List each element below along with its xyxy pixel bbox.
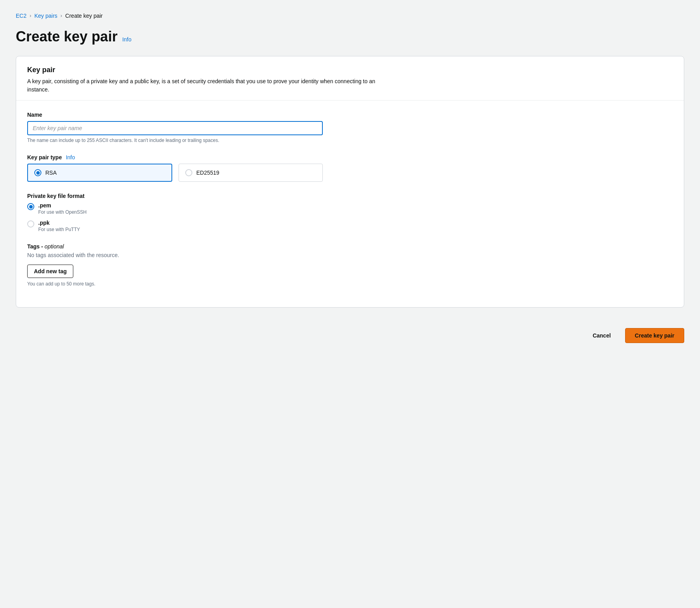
radio-pem-sublabel: For use with OpenSSH: [38, 209, 87, 215]
tags-optional-text: optional: [45, 243, 64, 250]
radio-ppk-label-group: .ppk For use with PuTTY: [38, 220, 80, 232]
radio-ppk-label: .ppk: [38, 220, 80, 226]
radio-ed25519-label: ED25519: [196, 170, 219, 176]
radio-ed25519[interactable]: ED25519: [179, 164, 323, 182]
page-title: Create key pair: [16, 28, 117, 45]
tags-title-text: Tags: [27, 243, 40, 250]
radio-rsa[interactable]: RSA: [27, 164, 172, 182]
key-pair-type-info-link[interactable]: Info: [66, 154, 75, 160]
radio-pem-btn: [27, 203, 34, 210]
card-body: Name The name can include up to 255 ASCI…: [16, 101, 684, 307]
radio-ed25519-btn: [185, 169, 192, 176]
key-pair-type-radio-group: RSA ED25519: [27, 164, 323, 182]
tags-separator: -: [41, 243, 45, 250]
radio-ppk[interactable]: .ppk For use with PuTTY: [27, 220, 673, 232]
tags-limit-text: You can add up to 50 more tags.: [27, 281, 673, 287]
page-info-link[interactable]: Info: [122, 36, 131, 43]
card-section-desc: A key pair, consisting of a private key …: [27, 77, 382, 94]
private-key-format-section: Private key file format .pem For use wit…: [27, 193, 673, 232]
radio-rsa-btn: [34, 169, 41, 176]
name-input[interactable]: [27, 121, 323, 135]
private-key-format-radio-group: .pem For use with OpenSSH .ppk For use w…: [27, 202, 673, 232]
name-section: Name The name can include up to 255 ASCI…: [27, 112, 673, 143]
tags-title: Tags - optional: [27, 243, 673, 250]
radio-ppk-sublabel: For use with PuTTY: [38, 227, 80, 232]
main-card: Key pair A key pair, consisting of a pri…: [16, 56, 684, 308]
footer-actions: Cancel Create key pair: [16, 320, 684, 351]
tags-section: Tags - optional No tags associated with …: [27, 243, 673, 287]
radio-pem-label: .pem: [38, 202, 87, 209]
card-section-header: Key pair A key pair, consisting of a pri…: [16, 56, 684, 101]
breadcrumb-ec2-link[interactable]: EC2: [16, 13, 26, 19]
radio-rsa-label: RSA: [45, 170, 57, 176]
name-hint: The name can include up to 255 ASCII cha…: [27, 138, 673, 143]
card-section-title: Key pair: [27, 66, 673, 74]
key-pair-type-section: Key pair type Info RSA ED25519: [27, 154, 673, 182]
name-label: Name: [27, 112, 673, 118]
breadcrumb-separator-1: ›: [30, 13, 31, 19]
breadcrumb-separator-2: ›: [61, 13, 62, 19]
create-key-pair-button[interactable]: Create key pair: [625, 328, 684, 343]
key-pair-type-label: Key pair type: [27, 154, 62, 160]
add-tag-button[interactable]: Add new tag: [27, 265, 73, 278]
page-header: Create key pair Info: [16, 28, 684, 45]
cancel-button[interactable]: Cancel: [585, 328, 619, 343]
radio-pem-label-group: .pem For use with OpenSSH: [38, 202, 87, 215]
breadcrumb-keypairs-link[interactable]: Key pairs: [34, 13, 57, 19]
breadcrumb: EC2 › Key pairs › Create key pair: [16, 13, 684, 19]
radio-pem[interactable]: .pem For use with OpenSSH: [27, 202, 673, 215]
breadcrumb-current: Create key pair: [65, 13, 103, 19]
private-key-format-label: Private key file format: [27, 193, 673, 199]
tags-empty-text: No tags associated with the resource.: [27, 252, 673, 258]
radio-ppk-btn: [27, 220, 34, 228]
